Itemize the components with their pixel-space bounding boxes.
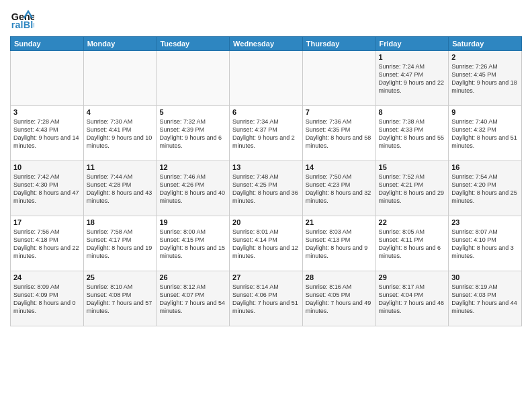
day-number: 15 <box>379 163 446 171</box>
svg-text:ral: ral <box>11 19 24 30</box>
day-number: 11 <box>87 163 154 171</box>
calendar-cell: 12Sunrise: 7:46 AM Sunset: 4:26 PM Dayli… <box>157 161 230 216</box>
day-info: Sunrise: 8:12 AM Sunset: 4:07 PM Dayligh… <box>159 283 226 316</box>
calendar-cell: 24Sunrise: 8:09 AM Sunset: 4:09 PM Dayli… <box>11 271 84 326</box>
weekday-header-row: SundayMondayTuesdayWednesdayThursdayFrid… <box>11 37 522 51</box>
day-number: 1 <box>379 53 446 61</box>
calendar-cell <box>157 51 230 106</box>
day-info: Sunrise: 8:16 AM Sunset: 4:05 PM Dayligh… <box>306 283 373 316</box>
day-number: 16 <box>451 163 519 171</box>
day-number: 21 <box>306 218 373 226</box>
calendar-cell: 3Sunrise: 7:28 AM Sunset: 4:43 PM Daylig… <box>11 106 84 161</box>
calendar-cell: 26Sunrise: 8:12 AM Sunset: 4:07 PM Dayli… <box>157 271 230 326</box>
calendar-cell: 30Sunrise: 8:19 AM Sunset: 4:03 PM Dayli… <box>449 271 522 326</box>
calendar-cell: 7Sunrise: 7:36 AM Sunset: 4:35 PM Daylig… <box>302 106 375 161</box>
weekday-header-monday: Monday <box>83 37 157 51</box>
calendar-week-5: 24Sunrise: 8:09 AM Sunset: 4:09 PM Dayli… <box>11 271 522 326</box>
day-number: 18 <box>87 218 154 226</box>
day-info: Sunrise: 7:32 AM Sunset: 4:39 PM Dayligh… <box>159 118 226 150</box>
day-info: Sunrise: 7:36 AM Sunset: 4:35 PM Dayligh… <box>306 118 373 150</box>
weekday-header-thursday: Thursday <box>302 37 375 51</box>
day-number: 26 <box>159 273 226 281</box>
day-number: 19 <box>159 218 226 226</box>
calendar-cell: 19Sunrise: 8:00 AM Sunset: 4:15 PM Dayli… <box>157 216 230 271</box>
calendar-cell <box>83 51 157 106</box>
day-info: Sunrise: 7:46 AM Sunset: 4:26 PM Dayligh… <box>159 173 226 205</box>
day-info: Sunrise: 7:42 AM Sunset: 4:30 PM Dayligh… <box>13 173 81 205</box>
calendar-cell: 18Sunrise: 7:58 AM Sunset: 4:17 PM Dayli… <box>83 216 157 271</box>
calendar-cell: 17Sunrise: 7:56 AM Sunset: 4:18 PM Dayli… <box>11 216 84 271</box>
day-number: 23 <box>451 218 519 226</box>
calendar-cell: 21Sunrise: 8:03 AM Sunset: 4:13 PM Dayli… <box>302 216 375 271</box>
day-number: 28 <box>306 273 373 281</box>
calendar-week-2: 3Sunrise: 7:28 AM Sunset: 4:43 PM Daylig… <box>11 106 522 161</box>
day-info: Sunrise: 7:44 AM Sunset: 4:28 PM Dayligh… <box>87 173 154 205</box>
day-number: 10 <box>13 163 81 171</box>
weekday-header-wednesday: Wednesday <box>230 37 303 51</box>
calendar-cell <box>230 51 303 106</box>
calendar-body: 1Sunrise: 7:24 AM Sunset: 4:47 PM Daylig… <box>11 51 522 326</box>
calendar-cell: 5Sunrise: 7:32 AM Sunset: 4:39 PM Daylig… <box>157 106 230 161</box>
day-info: Sunrise: 7:56 AM Sunset: 4:18 PM Dayligh… <box>13 228 81 261</box>
calendar-cell: 1Sunrise: 7:24 AM Sunset: 4:47 PM Daylig… <box>375 51 449 106</box>
calendar-table: SundayMondayTuesdayWednesdayThursdayFrid… <box>10 36 522 326</box>
day-number: 20 <box>232 218 300 226</box>
day-info: Sunrise: 8:17 AM Sunset: 4:04 PM Dayligh… <box>379 283 446 316</box>
day-info: Sunrise: 7:24 AM Sunset: 4:47 PM Dayligh… <box>379 62 446 95</box>
page-header: Gene ral Blue <box>10 7 522 31</box>
day-info: Sunrise: 8:07 AM Sunset: 4:10 PM Dayligh… <box>451 228 519 261</box>
calendar-cell: 10Sunrise: 7:42 AM Sunset: 4:30 PM Dayli… <box>11 161 84 216</box>
day-number: 30 <box>451 273 519 281</box>
weekday-header-saturday: Saturday <box>449 37 522 51</box>
calendar-cell: 23Sunrise: 8:07 AM Sunset: 4:10 PM Dayli… <box>449 216 522 271</box>
day-info: Sunrise: 7:38 AM Sunset: 4:33 PM Dayligh… <box>379 118 446 150</box>
day-info: Sunrise: 7:26 AM Sunset: 4:45 PM Dayligh… <box>451 62 519 95</box>
weekday-header-sunday: Sunday <box>11 37 84 51</box>
calendar-week-3: 10Sunrise: 7:42 AM Sunset: 4:30 PM Dayli… <box>11 161 522 216</box>
calendar-week-1: 1Sunrise: 7:24 AM Sunset: 4:47 PM Daylig… <box>11 51 522 106</box>
svg-text:Blue: Blue <box>24 19 34 30</box>
day-info: Sunrise: 8:05 AM Sunset: 4:11 PM Dayligh… <box>379 228 446 261</box>
day-number: 9 <box>451 108 519 116</box>
day-info: Sunrise: 8:00 AM Sunset: 4:15 PM Dayligh… <box>159 228 226 261</box>
day-number: 3 <box>13 108 81 116</box>
weekday-header-tuesday: Tuesday <box>157 37 230 51</box>
calendar-cell: 27Sunrise: 8:14 AM Sunset: 4:06 PM Dayli… <box>230 271 303 326</box>
calendar-cell: 25Sunrise: 8:10 AM Sunset: 4:08 PM Dayli… <box>83 271 157 326</box>
day-number: 17 <box>13 218 81 226</box>
day-info: Sunrise: 8:14 AM Sunset: 4:06 PM Dayligh… <box>232 283 300 316</box>
day-number: 22 <box>379 218 446 226</box>
day-number: 13 <box>232 163 300 171</box>
day-number: 4 <box>87 108 154 116</box>
logo-icon: Gene ral Blue <box>10 7 34 31</box>
weekday-header-friday: Friday <box>375 37 449 51</box>
day-info: Sunrise: 7:58 AM Sunset: 4:17 PM Dayligh… <box>87 228 154 261</box>
day-info: Sunrise: 7:50 AM Sunset: 4:23 PM Dayligh… <box>306 173 373 205</box>
calendar-cell: 28Sunrise: 8:16 AM Sunset: 4:05 PM Dayli… <box>302 271 375 326</box>
day-info: Sunrise: 7:54 AM Sunset: 4:20 PM Dayligh… <box>451 173 519 205</box>
day-number: 29 <box>379 273 446 281</box>
logo: Gene ral Blue <box>10 7 37 31</box>
day-info: Sunrise: 7:28 AM Sunset: 4:43 PM Dayligh… <box>13 118 81 150</box>
day-number: 8 <box>379 108 446 116</box>
day-info: Sunrise: 8:19 AM Sunset: 4:03 PM Dayligh… <box>451 283 519 316</box>
day-number: 5 <box>159 108 226 116</box>
calendar-cell: 4Sunrise: 7:30 AM Sunset: 4:41 PM Daylig… <box>83 106 157 161</box>
calendar-cell: 13Sunrise: 7:48 AM Sunset: 4:25 PM Dayli… <box>230 161 303 216</box>
calendar-cell: 2Sunrise: 7:26 AM Sunset: 4:45 PM Daylig… <box>449 51 522 106</box>
calendar-cell: 29Sunrise: 8:17 AM Sunset: 4:04 PM Dayli… <box>375 271 449 326</box>
calendar-cell <box>302 51 375 106</box>
calendar-cell: 15Sunrise: 7:52 AM Sunset: 4:21 PM Dayli… <box>375 161 449 216</box>
day-info: Sunrise: 8:01 AM Sunset: 4:14 PM Dayligh… <box>232 228 300 261</box>
calendar-week-4: 17Sunrise: 7:56 AM Sunset: 4:18 PM Dayli… <box>11 216 522 271</box>
day-info: Sunrise: 8:03 AM Sunset: 4:13 PM Dayligh… <box>306 228 373 261</box>
day-info: Sunrise: 7:30 AM Sunset: 4:41 PM Dayligh… <box>87 118 154 150</box>
day-number: 14 <box>306 163 373 171</box>
day-number: 24 <box>13 273 81 281</box>
calendar-cell: 9Sunrise: 7:40 AM Sunset: 4:32 PM Daylig… <box>449 106 522 161</box>
calendar-cell: 16Sunrise: 7:54 AM Sunset: 4:20 PM Dayli… <box>449 161 522 216</box>
calendar-cell: 14Sunrise: 7:50 AM Sunset: 4:23 PM Dayli… <box>302 161 375 216</box>
day-number: 6 <box>232 108 300 116</box>
day-info: Sunrise: 8:10 AM Sunset: 4:08 PM Dayligh… <box>87 283 154 316</box>
calendar-cell: 11Sunrise: 7:44 AM Sunset: 4:28 PM Dayli… <box>83 161 157 216</box>
